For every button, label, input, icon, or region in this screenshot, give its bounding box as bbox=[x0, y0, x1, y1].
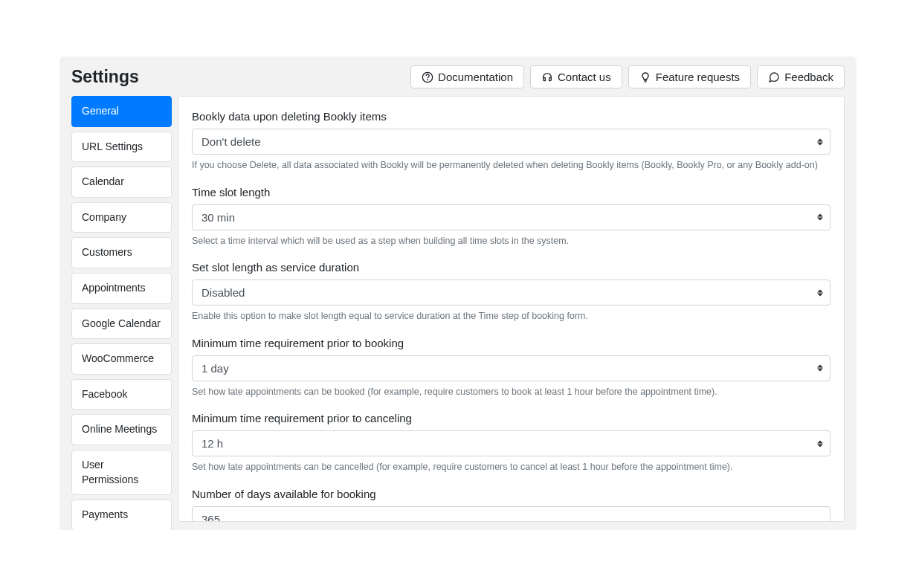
documentation-button[interactable]: Documentation bbox=[410, 65, 524, 88]
lightbulb-icon bbox=[639, 71, 651, 83]
tab-payments[interactable]: Payments bbox=[71, 500, 172, 530]
min-cancel-help: Set how late appointments can be cancell… bbox=[192, 461, 830, 474]
min-cancel-label: Minimum time requirement prior to cancel… bbox=[192, 412, 830, 424]
message-icon bbox=[768, 71, 780, 83]
delete-data-help: If you choose Delete, all data associate… bbox=[192, 159, 830, 172]
documentation-label: Documentation bbox=[438, 71, 513, 83]
days-available-input[interactable] bbox=[192, 506, 830, 523]
tab-online-meetings[interactable]: Online Meetings bbox=[71, 414, 172, 445]
field-slot-as-duration: Set slot length as service duration Disa… bbox=[192, 261, 830, 323]
slot-length-label: Time slot length bbox=[192, 186, 830, 198]
field-delete-data: Bookly data upon deleting Bookly items D… bbox=[192, 110, 830, 172]
tab-customers[interactable]: Customers bbox=[71, 237, 172, 268]
page-title: Settings bbox=[71, 67, 139, 87]
tab-facebook[interactable]: Facebook bbox=[71, 379, 172, 410]
min-booking-help: Set how late appointments can be booked … bbox=[192, 386, 830, 399]
feedback-button[interactable]: Feedback bbox=[757, 65, 845, 88]
slot-as-duration-help: Enable this option to make slot length e… bbox=[192, 310, 830, 323]
tab-appointments[interactable]: Appointments bbox=[71, 273, 172, 304]
field-days-available: Number of days available for booking Set… bbox=[192, 488, 830, 523]
min-cancel-select[interactable]: 12 h bbox=[192, 430, 830, 456]
svg-point-1 bbox=[428, 80, 428, 80]
headset-icon bbox=[541, 71, 553, 83]
slot-length-help: Select a time interval which will be use… bbox=[192, 235, 830, 248]
tab-woocommerce[interactable]: WooCommerce bbox=[71, 343, 172, 375]
delete-data-select[interactable]: Don't delete bbox=[192, 129, 830, 155]
tab-user-permissions[interactable]: User Permissions bbox=[71, 450, 172, 495]
sidebar: General URL Settings Calendar Company Cu… bbox=[71, 96, 172, 522]
topbar: Settings Documentation Contact us Featur… bbox=[59, 56, 857, 96]
tab-google-calendar[interactable]: Google Calendar bbox=[71, 308, 172, 340]
tab-url-settings[interactable]: URL Settings bbox=[71, 132, 172, 163]
main-panel: Bookly data upon deleting Bookly items D… bbox=[178, 96, 845, 522]
field-min-cancel: Minimum time requirement prior to cancel… bbox=[192, 412, 830, 474]
tab-company[interactable]: Company bbox=[71, 202, 172, 233]
contact-button[interactable]: Contact us bbox=[530, 65, 622, 88]
delete-data-label: Bookly data upon deleting Bookly items bbox=[192, 110, 830, 123]
contact-label: Contact us bbox=[558, 71, 611, 83]
slot-as-duration-select[interactable]: Disabled bbox=[192, 280, 830, 306]
slot-as-duration-label: Set slot length as service duration bbox=[192, 261, 830, 274]
days-available-label: Number of days available for booking bbox=[192, 488, 830, 500]
min-booking-select[interactable]: 1 day bbox=[192, 355, 830, 381]
top-actions: Documentation Contact us Feature request… bbox=[410, 65, 845, 88]
feedback-label: Feedback bbox=[784, 71, 833, 83]
feature-requests-button[interactable]: Feature requests bbox=[628, 65, 751, 88]
field-slot-length: Time slot length 30 min Select a time in… bbox=[192, 186, 830, 248]
help-circle-icon bbox=[422, 71, 433, 83]
min-booking-label: Minimum time requirement prior to bookin… bbox=[192, 337, 830, 349]
field-min-booking: Minimum time requirement prior to bookin… bbox=[192, 337, 830, 399]
feature-label: Feature requests bbox=[656, 71, 740, 83]
tab-general[interactable]: General bbox=[71, 96, 172, 127]
tab-calendar[interactable]: Calendar bbox=[71, 167, 172, 198]
slot-length-select[interactable]: 30 min bbox=[192, 204, 830, 230]
